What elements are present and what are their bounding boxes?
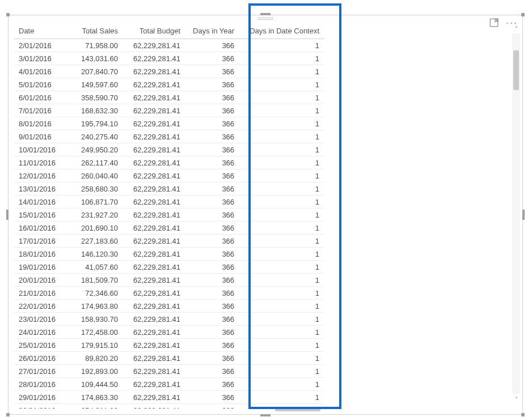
table-row[interactable]: 24/01/2016172,458.0062,229,281.413661 xyxy=(14,326,324,339)
cell-date: 9/01/2016 xyxy=(14,130,60,143)
cell-total-budget: 62,229,281.41 xyxy=(123,274,185,287)
scroll-thumb[interactable] xyxy=(275,407,320,411)
table-row[interactable]: 8/01/2016195,794.1062,229,281.413661 xyxy=(14,117,324,130)
table-row[interactable]: 26/01/201689,820.2062,229,281.413661 xyxy=(14,352,324,365)
table-row[interactable]: 28/01/2016109,444.5062,229,281.413661 xyxy=(14,378,324,391)
table-row[interactable]: 6/01/2016358,590.7062,229,281.413661 xyxy=(14,91,324,104)
col-header-days-in-context[interactable]: Days in Date Context xyxy=(239,23,324,39)
table-row[interactable]: 7/01/2016168,632.3062,229,281.413661 xyxy=(14,104,324,117)
cell-days-in-year: 366 xyxy=(185,65,239,78)
cell-total-sales: 106,871.70 xyxy=(60,195,123,208)
cell-total-budget: 62,229,281.41 xyxy=(123,326,185,339)
cell-total-budget: 62,229,281.41 xyxy=(123,391,185,404)
resize-handle[interactable] xyxy=(260,414,271,416)
table-row[interactable]: 23/01/2016158,930.7062,229,281.413661 xyxy=(14,313,324,326)
cell-total-sales: 72,346.60 xyxy=(60,287,123,300)
cell-total-sales: 174,863.30 xyxy=(60,391,123,404)
table-row[interactable]: 22/01/2016174,963.8062,229,281.413661 xyxy=(14,300,324,313)
table-row[interactable]: 11/01/2016262,117.4062,229,281.413661 xyxy=(14,156,324,169)
col-header-total-sales[interactable]: Total Sales xyxy=(60,23,123,39)
resize-handle[interactable] xyxy=(260,13,271,15)
table-row[interactable]: 13/01/2016258,680.3062,229,281.413661 xyxy=(14,182,324,195)
col-header-days-in-year[interactable]: Days in Year xyxy=(185,23,239,39)
cell-date: 29/01/2016 xyxy=(14,391,60,404)
table-row[interactable]: 14/01/2016106,871.7062,229,281.413661 xyxy=(14,195,324,208)
table-row[interactable]: 15/01/2016231,927.2062,229,281.413661 xyxy=(14,208,324,222)
resize-handle[interactable] xyxy=(521,413,525,416)
cell-total-budget: 62,229,281.41 xyxy=(123,195,185,208)
cell-days-in-context: 1 xyxy=(239,208,324,222)
cell-total-sales: 146,120.30 xyxy=(60,248,123,261)
cell-total-budget: 62,229,281.41 xyxy=(123,169,185,182)
cell-days-in-year: 366 xyxy=(185,287,239,300)
cell-date: 5/01/2016 xyxy=(14,78,60,91)
cell-days-in-context: 1 xyxy=(239,117,324,130)
cell-total-sales: 227,183.60 xyxy=(60,235,123,248)
resize-handle[interactable] xyxy=(6,13,10,16)
scroll-thumb[interactable] xyxy=(513,50,519,90)
cell-days-in-context: 1 xyxy=(239,352,324,365)
col-header-total-budget[interactable]: Total Budget xyxy=(123,23,185,39)
resize-handle[interactable] xyxy=(6,413,10,416)
cell-days-in-context: 1 xyxy=(239,169,324,182)
cell-days-in-context: 1 xyxy=(239,391,324,404)
cell-total-sales: 89,820.20 xyxy=(60,352,123,365)
table-row[interactable]: 9/01/2016240,275.4062,229,281.413661 xyxy=(14,130,324,143)
cell-date: 16/01/2016 xyxy=(14,222,60,235)
visual-frame[interactable]: ··· Date Total Sales Total Budget Days i… xyxy=(8,15,523,415)
table-row[interactable]: 29/01/2016174,863.3062,229,281.413661 xyxy=(14,391,324,404)
scroll-up-arrow-icon[interactable]: ˄ xyxy=(512,24,520,32)
cell-days-in-context: 1 xyxy=(239,248,324,261)
table-row[interactable]: 17/01/2016227,183.6062,229,281.413661 xyxy=(14,235,324,248)
cell-date: 23/01/2016 xyxy=(14,313,60,326)
cell-days-in-year: 366 xyxy=(185,104,239,117)
cell-days-in-year: 366 xyxy=(185,117,239,130)
cell-days-in-context: 1 xyxy=(239,235,324,248)
table-row[interactable]: 20/01/2016181,509.7062,229,281.413661 xyxy=(14,274,324,287)
cell-date: 27/01/2016 xyxy=(14,365,60,378)
cell-days-in-context: 1 xyxy=(239,195,324,208)
table-visual: Date Total Sales Total Budget Days in Ye… xyxy=(14,23,509,409)
cell-days-in-year: 366 xyxy=(185,143,239,156)
cell-days-in-year: 366 xyxy=(185,313,239,326)
cell-days-in-year: 366 xyxy=(185,326,239,339)
cell-days-in-year: 366 xyxy=(185,91,239,104)
col-header-date[interactable]: Date xyxy=(14,23,60,39)
cell-date: 18/01/2016 xyxy=(14,248,60,261)
resize-handle[interactable] xyxy=(522,210,525,220)
vertical-scrollbar[interactable]: ˄ ˅ xyxy=(512,33,520,394)
table-header-row: Date Total Sales Total Budget Days in Ye… xyxy=(14,23,324,39)
table-row[interactable]: 10/01/2016249,950.2062,229,281.413661 xyxy=(14,143,324,156)
cell-total-budget: 62,229,281.41 xyxy=(123,313,185,326)
cell-total-budget: 62,229,281.41 xyxy=(123,91,185,104)
cell-date: 24/01/2016 xyxy=(14,326,60,339)
table-row[interactable]: 5/01/2016149,597.6062,229,281.413661 xyxy=(14,78,324,91)
table-row[interactable]: 18/01/2016146,120.3062,229,281.413661 xyxy=(14,248,324,261)
cell-days-in-year: 366 xyxy=(185,378,239,391)
cell-days-in-context: 1 xyxy=(239,365,324,378)
cell-total-sales: 231,927.20 xyxy=(60,208,123,222)
horizontal-scrollbar[interactable] xyxy=(15,406,508,412)
cell-date: 22/01/2016 xyxy=(14,300,60,313)
table-row[interactable]: 3/01/2016143,031.6062,229,281.413661 xyxy=(14,52,324,65)
resize-handle[interactable] xyxy=(521,13,525,16)
table-row[interactable]: 19/01/201641,057.6062,229,281.413661 xyxy=(14,261,324,274)
cell-total-sales: 179,915.10 xyxy=(60,339,123,352)
drag-grip[interactable] xyxy=(254,16,277,21)
scroll-down-arrow-icon[interactable]: ˅ xyxy=(512,395,520,403)
resize-handle[interactable] xyxy=(6,210,9,220)
table-row[interactable]: 16/01/2016201,690.1062,229,281.413661 xyxy=(14,222,324,235)
table-row[interactable]: 2/01/201671,958.0062,229,281.413661 xyxy=(14,39,324,52)
table-row[interactable]: 4/01/2016207,840.7062,229,281.413661 xyxy=(14,65,324,78)
cell-date: 7/01/2016 xyxy=(14,104,60,117)
table-row[interactable]: 27/01/2016192,893.0062,229,281.413661 xyxy=(14,365,324,378)
cell-days-in-context: 1 xyxy=(239,182,324,195)
cell-days-in-context: 1 xyxy=(239,300,324,313)
table-row[interactable]: 25/01/2016179,915.1062,229,281.413661 xyxy=(14,339,324,352)
cell-date: 10/01/2016 xyxy=(14,143,60,156)
cell-days-in-year: 366 xyxy=(185,52,239,65)
cell-total-budget: 62,229,281.41 xyxy=(123,339,185,352)
cell-date: 8/01/2016 xyxy=(14,117,60,130)
table-row[interactable]: 21/01/201672,346.6062,229,281.413661 xyxy=(14,287,324,300)
table-row[interactable]: 12/01/2016260,040.4062,229,281.413661 xyxy=(14,169,324,182)
